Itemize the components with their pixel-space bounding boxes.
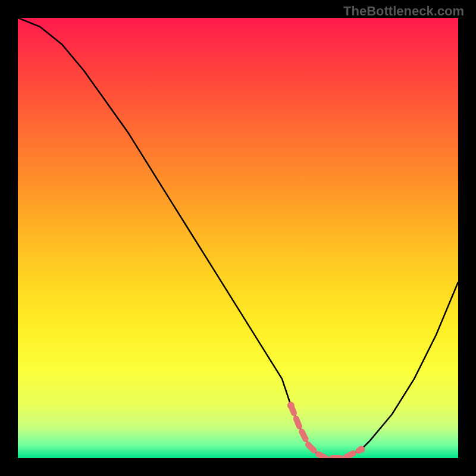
chart-plot-area xyxy=(18,18,458,458)
chart-svg xyxy=(18,18,458,458)
bottleneck-curve xyxy=(18,18,458,458)
optimal-range-endpoint xyxy=(358,446,365,453)
optimal-range-line xyxy=(291,405,361,458)
optimal-range-endpoint xyxy=(287,402,295,409)
optimal-range-markers xyxy=(287,402,365,458)
watermark-text: TheBottleneck.com xyxy=(343,4,464,19)
